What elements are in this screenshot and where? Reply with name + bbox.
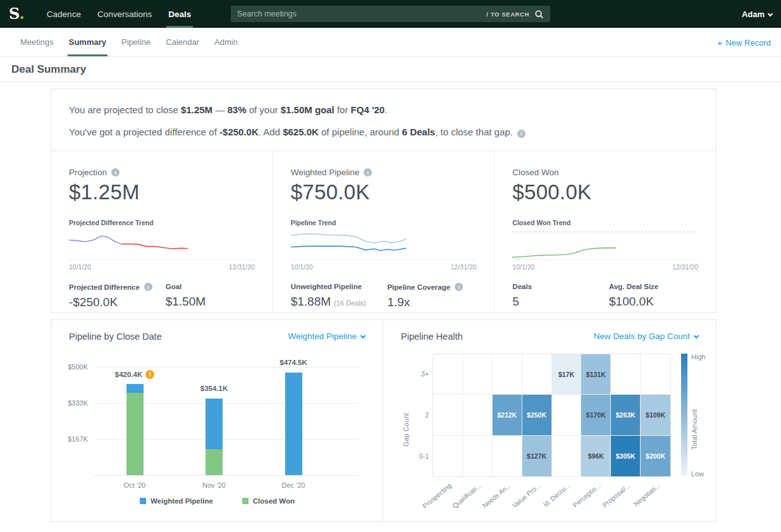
bar-segment-closed-won: [126, 393, 144, 475]
trend-label: Pipeline Trend: [291, 219, 477, 226]
primary-nav: Cadence Conversations Deals: [39, 0, 199, 28]
substat-suffix: (16 Deals): [334, 299, 366, 307]
x-axis-category: Oct '20: [103, 481, 166, 489]
trend-date-range: 10/1/20 12/31/20: [69, 259, 255, 271]
nav-item-deals[interactable]: Deals: [160, 0, 199, 28]
page-title: Deal Summary: [11, 63, 86, 76]
heatmap-cell-305k: $305K: [611, 436, 641, 476]
heatmap-cell-263k: $263K: [611, 395, 641, 435]
search-icon[interactable]: [534, 9, 544, 19]
top-nav: S. Cadence Conversations Deals / TO SEAR…: [0, 0, 781, 28]
legend-swatch: [140, 498, 146, 504]
heatmap-cell-empty: [433, 436, 463, 476]
heatmap-row-label: 3+: [403, 370, 429, 378]
tab-pipeline[interactable]: Pipeline: [114, 28, 158, 56]
panel-title: Pipeline by Close Date: [69, 331, 162, 342]
user-name: Adam: [742, 9, 765, 19]
info-icon[interactable]: [364, 168, 372, 176]
projection-banner: You are projected to close $1.25M — 83% …: [51, 89, 716, 151]
heatmap-cell-empty: [463, 436, 493, 476]
nav-item-conversations[interactable]: Conversations: [89, 0, 160, 28]
stat-card-value: $750.0K: [291, 180, 477, 204]
info-icon[interactable]: [517, 130, 526, 138]
info-icon[interactable]: [455, 283, 463, 291]
bar-total-label: $474.5K: [249, 359, 338, 366]
heatmap-cell-empty: [433, 354, 463, 395]
app-logo[interactable]: S.: [9, 0, 25, 28]
scale-axis-label: Total Amount: [691, 380, 698, 450]
x-axis-category: Dec '20: [262, 481, 325, 489]
banner-line-2: You've got a projected difference of -$2…: [69, 125, 698, 139]
pipeline-by-close-date-panel: Pipeline by Close Date Weighted Pipeline…: [51, 320, 383, 521]
substat-label: Projected Difference: [69, 283, 140, 291]
info-icon[interactable]: [111, 168, 120, 176]
y-axis-tick: $333K: [51, 399, 88, 407]
substat-label: Deals: [512, 283, 532, 290]
info-icon[interactable]: [144, 283, 152, 291]
bar-segment-weighted-pipeline: [285, 373, 302, 475]
substat-value: $1.88M(16 Deals): [291, 295, 388, 309]
tab-calendar[interactable]: Calendar: [158, 28, 207, 56]
plus-icon: +: [717, 37, 723, 48]
bar-total-label: $420.4K: [90, 370, 179, 379]
substat-value: $100.0K: [609, 295, 698, 309]
trend-label: Projected Difference Trend: [69, 219, 255, 226]
legend-item-closed-won: Closed Won: [242, 497, 295, 505]
tab-summary[interactable]: Summary: [61, 28, 114, 56]
trend-start-date: 10/1/20: [69, 263, 91, 271]
heatmap-row-label: 0-1: [403, 452, 429, 460]
bar-total-label: $354.1K: [170, 385, 259, 392]
heatmap-cell-empty: [641, 354, 670, 395]
title-bar: Deal Summary: [0, 57, 781, 82]
pipeline-health-panel: Pipeline Health New Deals by Gap Count $…: [383, 320, 716, 521]
deals-sub-nav: Meetings Summary Pipeline Calendar Admin…: [0, 28, 781, 57]
banner-line-1: You are projected to close $1.25M — 83% …: [69, 103, 698, 117]
bar-segment-weighted-pipeline: [206, 399, 223, 449]
pipeline-bar-chart: $500K$333K$167K$420.4KOct '20$354.1KNov …: [51, 355, 383, 513]
banner-line-1-text: You are projected to close $1.25M — 83% …: [69, 104, 387, 115]
stat-card-title: Closed Won: [512, 168, 558, 177]
search-box[interactable]: / TO SEARCH: [231, 6, 550, 22]
substat-label: Pipeline Coverage: [387, 283, 450, 291]
heatmap-cell-empty: [433, 395, 463, 435]
legend-swatch: [242, 498, 249, 504]
x-axis-category: Nov '20: [183, 481, 246, 489]
weighted-pipeline-dropdown[interactable]: Weighted Pipeline: [288, 331, 365, 341]
stat-card-title: Projection: [69, 168, 107, 177]
stat-card-projection: Projection $1.25M Projected Difference T…: [51, 151, 273, 313]
heatmap-y-axis-label: Gap Count: [402, 387, 410, 447]
heatmap-cell-empty: [552, 395, 582, 435]
user-menu[interactable]: Adam: [742, 0, 772, 28]
search-input[interactable]: [237, 9, 486, 18]
new-record-button[interactable]: + New Record: [717, 28, 771, 57]
bar-chart-legend: Weighted PipelineClosed Won: [51, 497, 383, 505]
stat-card-weighted-pipeline: Weighted Pipeline $750.0K Pipeline Trend…: [273, 151, 495, 313]
pipeline-health-heatmap: $17K$131K$212K$250K$170K$263K$109K$127K$…: [383, 320, 716, 521]
heatmap-cell-127k: $127K: [522, 436, 552, 476]
closed-won-sparkline: [512, 229, 698, 258]
heatmap-cell-empty: [493, 436, 522, 476]
banner-line-2-text: You've got a projected difference of -$2…: [69, 127, 513, 137]
heatmap-cell-96k: $96K: [581, 436, 611, 476]
scale-high-label: High: [691, 353, 706, 361]
charts-row: Pipeline by Close Date Weighted Pipeline…: [51, 319, 716, 522]
bar-segment-closed-won: [206, 449, 223, 475]
heatmap-cell-170k: $170K: [581, 395, 611, 435]
tab-meetings[interactable]: Meetings: [13, 28, 61, 56]
substat-label: Unweighted Pipeline: [291, 283, 362, 290]
stat-card-value: $1.25M: [69, 180, 255, 204]
heatmap-grid: $17K$131K$212K$250K$170K$263K$109K$127K$…: [433, 354, 671, 477]
heatmap-cell-empty: [463, 354, 493, 395]
heatmap-cell-empty: [611, 354, 641, 395]
heatmap-cell-212k: $212K: [493, 395, 522, 435]
heatmap-cell-250k: $250K: [522, 395, 552, 435]
heatmap-cell-empty: [522, 354, 552, 395]
nav-item-cadence[interactable]: Cadence: [39, 0, 89, 28]
y-axis-tick: $500K: [51, 363, 88, 371]
trend-end-date: 12/31/20: [672, 263, 698, 271]
gridline: [94, 367, 359, 368]
warning-icon[interactable]: [145, 370, 154, 379]
stat-cards-row: Projection $1.25M Projected Difference T…: [51, 151, 716, 313]
substat-value: 1.9x: [387, 295, 476, 309]
tab-admin[interactable]: Admin: [207, 28, 245, 56]
